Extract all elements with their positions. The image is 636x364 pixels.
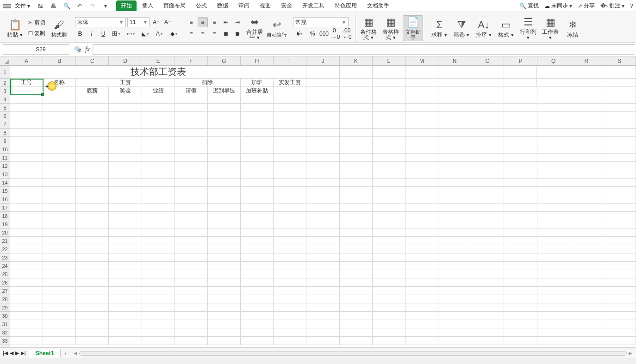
cell[interactable] bbox=[537, 245, 570, 253]
cell[interactable] bbox=[405, 66, 438, 79]
cell[interactable] bbox=[175, 303, 208, 312]
cell[interactable] bbox=[603, 120, 636, 129]
cell[interactable] bbox=[175, 179, 208, 187]
cell[interactable] bbox=[76, 237, 109, 245]
cell[interactable] bbox=[10, 204, 43, 212]
cell[interactable] bbox=[438, 120, 471, 129]
number-format-select[interactable]: ▾ bbox=[293, 17, 349, 27]
col-header-A[interactable]: A bbox=[10, 56, 43, 65]
cell[interactable] bbox=[340, 112, 373, 120]
cell[interactable] bbox=[537, 104, 570, 112]
cell[interactable] bbox=[208, 337, 241, 345]
cell[interactable] bbox=[241, 162, 274, 170]
cell[interactable] bbox=[306, 278, 339, 287]
cell[interactable] bbox=[537, 204, 570, 212]
row-header-5[interactable]: 5 bbox=[0, 104, 10, 112]
cell[interactable]: 扣除 bbox=[175, 79, 241, 87]
cell[interactable] bbox=[175, 170, 208, 179]
cell[interactable] bbox=[405, 270, 438, 278]
cell[interactable] bbox=[504, 212, 537, 220]
tab-数据[interactable]: 数据 bbox=[212, 0, 233, 11]
doc-helper-button[interactable]: 📄文档助手 bbox=[403, 15, 423, 41]
cell[interactable] bbox=[471, 120, 504, 129]
cell[interactable] bbox=[208, 195, 241, 204]
cell[interactable] bbox=[274, 154, 306, 162]
row-header-18[interactable]: 18 bbox=[0, 212, 10, 220]
cell[interactable] bbox=[373, 262, 405, 270]
cell[interactable] bbox=[405, 104, 438, 112]
cell[interactable] bbox=[471, 245, 504, 253]
cell[interactable] bbox=[10, 220, 43, 228]
row-header-2[interactable]: 2 bbox=[0, 79, 10, 87]
cell[interactable] bbox=[175, 320, 208, 328]
col-header-R[interactable]: R bbox=[570, 56, 603, 65]
cell[interactable] bbox=[537, 87, 570, 95]
cell[interactable] bbox=[537, 312, 570, 320]
cell[interactable] bbox=[471, 270, 504, 278]
cell[interactable] bbox=[76, 162, 109, 170]
cell[interactable] bbox=[175, 312, 208, 320]
cell[interactable] bbox=[241, 328, 274, 337]
cell[interactable] bbox=[603, 66, 636, 79]
cell[interactable] bbox=[340, 295, 373, 303]
cell[interactable] bbox=[603, 245, 636, 253]
cell[interactable] bbox=[373, 320, 405, 328]
cell[interactable] bbox=[537, 154, 570, 162]
cell[interactable] bbox=[10, 179, 43, 187]
cell[interactable] bbox=[537, 212, 570, 220]
cell[interactable] bbox=[241, 237, 274, 245]
cell[interactable] bbox=[504, 104, 537, 112]
cell[interactable] bbox=[438, 137, 471, 145]
cell[interactable] bbox=[570, 328, 603, 337]
cell[interactable] bbox=[570, 79, 603, 87]
cell[interactable] bbox=[570, 262, 603, 270]
cell[interactable] bbox=[208, 262, 241, 270]
cell[interactable] bbox=[76, 129, 109, 137]
cell[interactable] bbox=[603, 87, 636, 95]
cell[interactable] bbox=[43, 104, 76, 112]
cell[interactable] bbox=[373, 129, 405, 137]
cell[interactable] bbox=[109, 328, 142, 337]
cell[interactable] bbox=[603, 195, 636, 204]
cell[interactable] bbox=[340, 337, 373, 345]
font-color-button[interactable]: A bbox=[153, 29, 166, 39]
row-header-19[interactable]: 19 bbox=[0, 220, 10, 228]
cell[interactable] bbox=[241, 303, 274, 312]
cell[interactable] bbox=[537, 262, 570, 270]
cell[interactable] bbox=[142, 262, 175, 270]
cell[interactable] bbox=[340, 120, 373, 129]
cell[interactable] bbox=[142, 220, 175, 228]
cell[interactable] bbox=[504, 120, 537, 129]
align-bottom-button[interactable]: ≡ bbox=[209, 17, 219, 27]
cell[interactable] bbox=[306, 295, 339, 303]
cell[interactable] bbox=[208, 295, 241, 303]
cell[interactable] bbox=[405, 179, 438, 187]
cell[interactable] bbox=[570, 137, 603, 145]
cell[interactable] bbox=[405, 312, 438, 320]
cell[interactable] bbox=[274, 270, 306, 278]
cell[interactable] bbox=[241, 120, 274, 129]
cell[interactable] bbox=[537, 179, 570, 187]
cell[interactable] bbox=[570, 228, 603, 237]
cell[interactable] bbox=[471, 220, 504, 228]
cell[interactable] bbox=[109, 287, 142, 295]
cell[interactable] bbox=[306, 79, 339, 87]
cell[interactable] bbox=[274, 112, 306, 120]
row-header-22[interactable]: 22 bbox=[0, 245, 10, 253]
cell[interactable] bbox=[10, 195, 43, 204]
cell[interactable] bbox=[537, 137, 570, 145]
name-box[interactable]: ▾ bbox=[3, 44, 69, 55]
cell[interactable] bbox=[306, 337, 339, 345]
sheet-nav-first-icon[interactable]: |◀ bbox=[3, 350, 8, 356]
tab-安全[interactable]: 安全 bbox=[276, 0, 297, 11]
cell[interactable] bbox=[570, 287, 603, 295]
cell[interactable] bbox=[274, 245, 306, 253]
cell[interactable] bbox=[241, 212, 274, 220]
cell[interactable] bbox=[405, 337, 438, 345]
cell[interactable] bbox=[373, 220, 405, 228]
cell[interactable] bbox=[603, 237, 636, 245]
cell[interactable] bbox=[438, 220, 471, 228]
cell[interactable] bbox=[405, 204, 438, 212]
cell[interactable] bbox=[405, 195, 438, 204]
align-middle-button[interactable]: ≡ bbox=[198, 17, 208, 27]
